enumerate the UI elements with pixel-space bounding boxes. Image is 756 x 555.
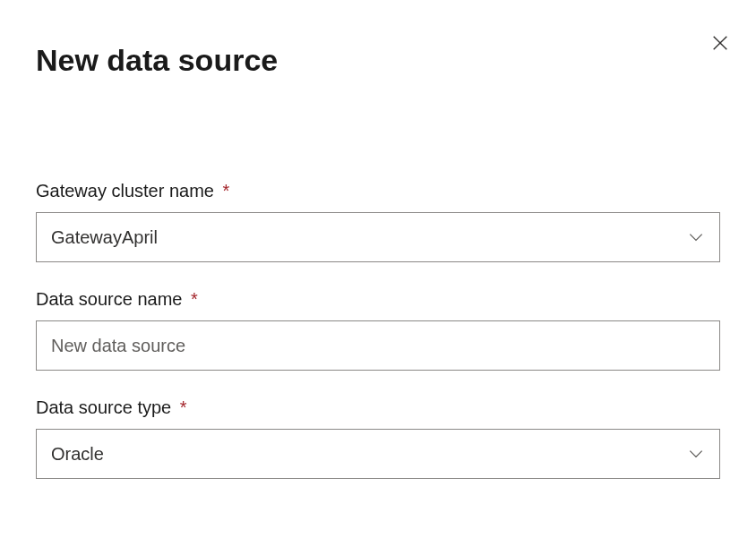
data-source-type-label-text: Data source type (36, 397, 171, 417)
gateway-cluster-value: GatewayApril (51, 227, 676, 248)
data-source-type-value: Oracle (51, 444, 676, 465)
page-title: New data source (36, 43, 720, 78)
gateway-cluster-label: Gateway cluster name * (36, 181, 720, 201)
data-source-type-label: Data source type * (36, 397, 720, 418)
data-source-name-label: Data source name * (36, 289, 720, 310)
chevron-down-icon (687, 228, 705, 246)
gateway-cluster-group: Gateway cluster name * GatewayApril (36, 181, 720, 262)
data-source-type-group: Data source type * Oracle (36, 397, 720, 479)
data-source-name-label-text: Data source name (36, 289, 182, 309)
required-indicator: * (180, 397, 187, 417)
required-indicator: * (191, 289, 198, 309)
chevron-down-icon (687, 445, 705, 463)
gateway-cluster-label-text: Gateway cluster name (36, 181, 214, 201)
gateway-cluster-dropdown[interactable]: GatewayApril (36, 212, 720, 262)
close-button[interactable] (706, 29, 735, 57)
close-icon (710, 33, 730, 53)
data-source-name-group: Data source name * (36, 289, 720, 371)
data-source-name-input[interactable] (36, 320, 720, 371)
data-source-type-dropdown[interactable]: Oracle (36, 429, 720, 479)
form-container: New data source Gateway cluster name * G… (0, 0, 756, 542)
required-indicator: * (223, 181, 230, 201)
